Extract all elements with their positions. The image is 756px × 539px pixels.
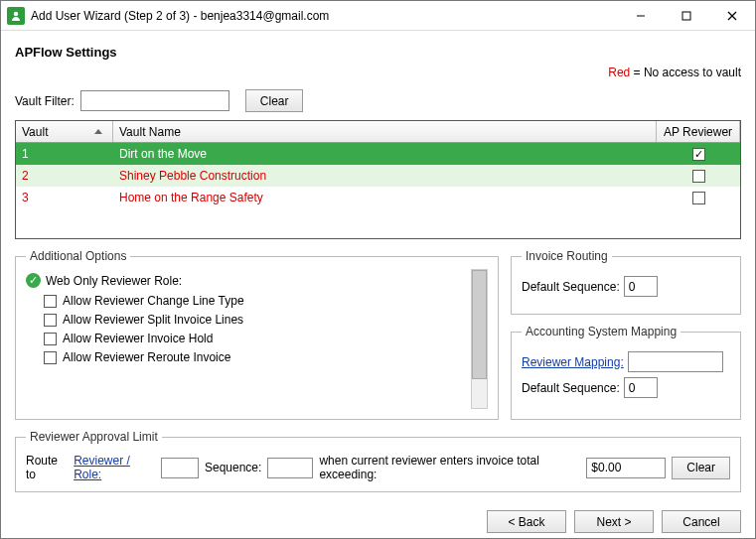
limit-sequence-input[interactable] xyxy=(267,458,313,478)
col-header-vault-name[interactable]: Vault Name xyxy=(113,121,657,142)
ap-reviewer-checkbox[interactable] xyxy=(692,170,705,183)
cancel-button[interactable]: Cancel xyxy=(662,510,741,533)
vault-filter-input[interactable] xyxy=(80,90,229,111)
cell-vault-name: Shiney Pebble Construction xyxy=(113,165,657,187)
table-row[interactable]: 2 Shiney Pebble Construction xyxy=(16,165,740,187)
cell-vault-name: Dirt on the Move xyxy=(113,143,657,165)
additional-options-legend: Additional Options xyxy=(26,249,130,263)
legend-red-meaning: = No access to vault xyxy=(630,66,741,79)
sort-asc-icon xyxy=(94,129,102,134)
when-exceeding-label: when current reviewer enters invoice tot… xyxy=(319,454,580,481)
allow-split-invoice-lines-checkbox[interactable] xyxy=(44,314,57,327)
cell-vault-name: Home on the Range Safety xyxy=(113,187,657,208)
svg-point-0 xyxy=(14,11,18,15)
route-to-label: Route to xyxy=(26,454,68,481)
ap-reviewer-checkbox[interactable] xyxy=(692,148,705,161)
option-label: Allow Reviewer Invoice Hold xyxy=(63,332,213,345)
default-sequence-label: Default Sequence: xyxy=(522,280,620,294)
option-label: Allow Reviewer Reroute Invoice xyxy=(63,350,230,364)
cell-vault: 3 xyxy=(16,187,113,208)
ap-reviewer-checkbox[interactable] xyxy=(692,192,705,204)
clear-filter-button[interactable]: Clear xyxy=(245,89,304,112)
close-button[interactable] xyxy=(709,1,755,31)
window-title: Add User Wizard (Step 2 of 3) - benjea33… xyxy=(31,9,618,23)
mapping-default-sequence-label: Default Sequence: xyxy=(522,381,620,395)
invoice-routing-legend: Invoice Routing xyxy=(522,249,612,263)
minimize-button[interactable] xyxy=(618,1,664,31)
scrollbar-thumb[interactable] xyxy=(472,270,487,379)
option-label: Allow Reviewer Split Invoice Lines xyxy=(63,313,243,327)
content-area: APFlow Settings Red = No access to vault… xyxy=(1,31,755,502)
reviewer-mapping-link[interactable]: Reviewer Mapping: xyxy=(522,355,624,369)
maximize-button[interactable] xyxy=(664,1,709,31)
filter-row: Vault Filter: Clear xyxy=(15,89,741,112)
limit-amount-input[interactable] xyxy=(586,458,666,478)
mid-row: Additional Options ✓ Web Only Reviewer R… xyxy=(15,249,741,420)
col-header-vault[interactable]: Vault xyxy=(16,121,113,142)
allow-invoice-hold-checkbox[interactable] xyxy=(44,333,57,345)
option-label: Allow Reviewer Change Line Type xyxy=(63,294,244,308)
reviewer-approval-limit-legend: Reviewer Approval Limit xyxy=(26,430,162,444)
reviewer-approval-limit-group: Reviewer Approval Limit Route to Reviewe… xyxy=(15,430,741,492)
vault-grid: Vault Vault Name AP Reviewer 1 Dirt on t… xyxy=(15,120,741,239)
checkmark-icon: ✓ xyxy=(26,273,41,288)
wizard-footer: < Back Next > Cancel xyxy=(1,502,755,539)
grid-header: Vault Vault Name AP Reviewer xyxy=(16,121,740,143)
allow-reroute-invoice-checkbox[interactable] xyxy=(44,351,57,364)
titlebar: Add User Wizard (Step 2 of 3) - benjea33… xyxy=(1,1,755,31)
sequence-label: Sequence: xyxy=(205,461,261,474)
web-only-reviewer-role: ✓ Web Only Reviewer Role: xyxy=(26,273,465,288)
access-legend: Red = No access to vault xyxy=(15,66,741,79)
invoice-routing-group: Invoice Routing Default Sequence: xyxy=(511,249,741,315)
cell-vault: 1 xyxy=(16,143,113,165)
options-scrollbar[interactable] xyxy=(471,269,488,409)
route-to-input[interactable] xyxy=(161,458,199,478)
cell-vault: 2 xyxy=(16,165,113,187)
page-title: APFlow Settings xyxy=(15,45,741,60)
allow-change-line-type-checkbox[interactable] xyxy=(44,295,57,308)
back-button[interactable]: < Back xyxy=(487,510,566,533)
svg-rect-2 xyxy=(682,12,690,20)
accounting-mapping-group: Accounting System Mapping Reviewer Mappi… xyxy=(511,325,741,420)
legend-red-label: Red xyxy=(608,66,630,79)
accounting-mapping-legend: Accounting System Mapping xyxy=(522,325,680,338)
routing-default-sequence-input[interactable] xyxy=(624,276,658,297)
vault-filter-label: Vault Filter: xyxy=(15,94,75,108)
app-icon xyxy=(7,7,25,25)
additional-options-group: Additional Options ✓ Web Only Reviewer R… xyxy=(15,249,499,420)
clear-limit-button[interactable]: Clear xyxy=(672,457,730,479)
reviewer-role-link[interactable]: Reviewer / Role: xyxy=(74,454,155,481)
col-header-ap-reviewer[interactable]: AP Reviewer xyxy=(657,121,740,142)
next-button[interactable]: Next > xyxy=(574,510,654,533)
table-row[interactable]: 3 Home on the Range Safety xyxy=(16,187,740,208)
wizard-window: Add User Wizard (Step 2 of 3) - benjea33… xyxy=(0,0,756,539)
table-row[interactable]: 1 Dirt on the Move xyxy=(16,143,740,165)
reviewer-mapping-input[interactable] xyxy=(628,351,723,372)
mapping-default-sequence-input[interactable] xyxy=(624,377,658,398)
